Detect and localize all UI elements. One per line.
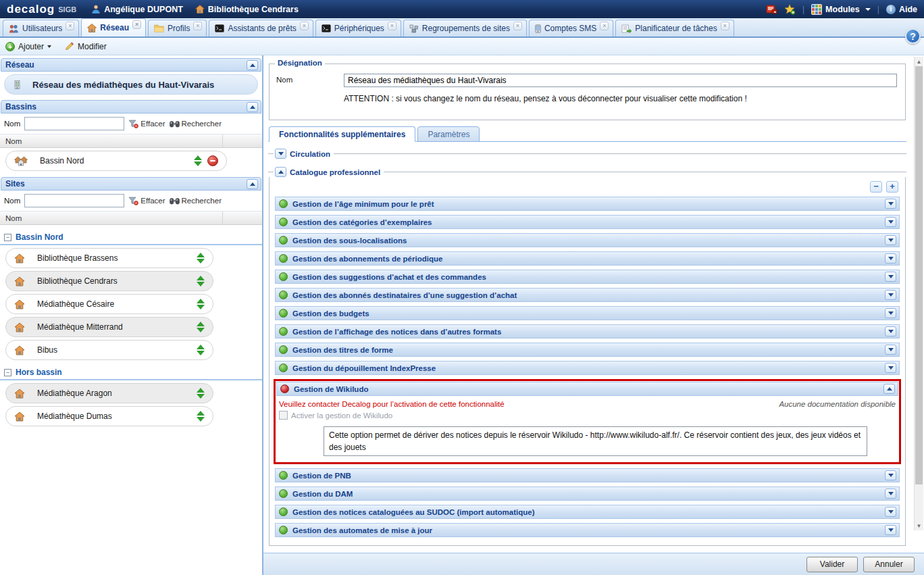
bassins-clear-button[interactable]: Effacer <box>128 120 165 128</box>
tab-close-button[interactable]: × <box>600 22 609 30</box>
site-row[interactable]: Médiathèque Dumas <box>5 406 213 426</box>
tab-close-button[interactable]: × <box>300 22 309 30</box>
nom-field[interactable] <box>344 74 897 87</box>
collapse-panel-button[interactable] <box>247 60 258 70</box>
tab-parametres[interactable]: Paramètres <box>417 126 480 142</box>
sort-handle-icon[interactable] <box>197 345 205 355</box>
bassins-search-button[interactable]: Rechercher <box>170 120 222 128</box>
add-button[interactable]: + Ajouter <box>5 42 51 51</box>
tab-close-button[interactable]: × <box>721 22 729 30</box>
feature-bar[interactable]: Gestion des sous-localisations <box>275 233 900 247</box>
feature-toggle-button[interactable] <box>885 363 896 373</box>
sort-handle-icon[interactable] <box>197 276 205 286</box>
sites-clear-button[interactable]: Effacer <box>128 197 165 205</box>
scrollbar-track[interactable] <box>915 66 923 521</box>
feature-bar[interactable]: Gestion de l’âge minimum pour le prêt <box>275 197 900 211</box>
site-row[interactable]: Bibliothèque Cendrars <box>5 271 213 291</box>
tab-close-button[interactable]: × <box>193 22 202 30</box>
window-tab-regroupements-de-sites[interactable]: Regroupements de sites× <box>403 20 527 36</box>
site-row[interactable]: Médiathèque Césaire <box>5 294 213 314</box>
bassin-row[interactable]: Bassin Nord <box>5 151 227 171</box>
remove-bassin-button[interactable] <box>207 155 218 166</box>
feature-bar[interactable]: Gestion du DAM <box>275 486 900 501</box>
site-group-header[interactable]: −Bassin Nord <box>0 232 262 245</box>
feature-toggle-button[interactable] <box>885 326 896 336</box>
feature-toggle-button[interactable] <box>885 525 896 535</box>
sort-handle-icon[interactable] <box>197 253 205 264</box>
collapse-section-button[interactable] <box>275 167 286 177</box>
site-row[interactable]: Médiathèque Mitterrand <box>5 317 213 337</box>
notification-icon[interactable] <box>766 4 777 14</box>
feature-toggle-button[interactable] <box>885 489 896 499</box>
current-user-button[interactable]: Angélique DUPONT <box>91 5 183 14</box>
feature-toggle-button[interactable] <box>885 217 896 227</box>
feature-toggle-button[interactable] <box>885 199 896 209</box>
collapse-all-button[interactable]: − <box>870 181 882 193</box>
reseau-item[interactable]: Réseau des médiathèques du Haut-Vivarais <box>4 74 258 95</box>
collapse-group-icon[interactable]: − <box>4 234 11 241</box>
feature-toggle-button[interactable] <box>885 308 896 318</box>
site-row[interactable]: Médiathèque Aragon <box>5 383 213 403</box>
feature-toggle-button[interactable] <box>885 507 896 517</box>
feature-bar[interactable]: Gestion du dépouillement IndexPresse <box>275 361 900 375</box>
feature-bar[interactable]: Gestion des catégories d’exemplaires <box>275 215 900 229</box>
validate-button[interactable]: Valider <box>806 557 858 572</box>
feature-toggle-button[interactable] <box>885 345 896 355</box>
tab-close-button[interactable]: × <box>513 22 522 30</box>
site-row[interactable]: Bibus <box>5 340 213 360</box>
expand-all-button[interactable]: + <box>886 181 898 193</box>
bassins-column-header[interactable]: Nom <box>0 134 262 148</box>
sites-search-input[interactable] <box>24 194 124 207</box>
feature-toggle-button[interactable] <box>883 384 895 394</box>
feature-toggle-button[interactable] <box>885 470 896 480</box>
scroll-down-icon[interactable]: ▼ <box>915 521 923 530</box>
sort-handle-icon[interactable] <box>197 322 205 332</box>
sites-column-header[interactable]: Nom <box>0 211 262 225</box>
sort-handle-icon[interactable] <box>194 155 202 166</box>
feature-bar[interactable]: Gestion des titres de forme <box>275 343 900 357</box>
feature-bar[interactable]: Gestion des suggestions d’achat et des c… <box>275 270 900 284</box>
help-button[interactable]: ? <box>905 28 921 44</box>
sort-handle-icon[interactable] <box>197 299 205 309</box>
feature-bar[interactable]: Gestion de l’affichage des notices dans … <box>275 324 900 339</box>
bassins-search-input[interactable] <box>24 117 124 130</box>
feature-toggle-button[interactable] <box>885 235 896 245</box>
collapse-panel-button[interactable] <box>247 102 258 112</box>
window-tab-assistants-de-pr-ts[interactable]: Assistants de prêts× <box>209 20 313 36</box>
cancel-button[interactable]: Annuler <box>863 557 915 572</box>
feature-bar[interactable]: Gestion des abonnés destinataires d’une … <box>275 288 900 302</box>
feature-bar[interactable]: Gestion des notices cataloguées au SUDOC… <box>275 505 900 519</box>
sites-search-button[interactable]: Rechercher <box>170 197 222 205</box>
collapse-panel-button[interactable] <box>247 179 258 189</box>
feature-toggle-button[interactable] <box>885 272 896 282</box>
feature-bar[interactable]: Gestion des abonnements de périodique <box>275 251 900 266</box>
modules-menu-button[interactable]: Modules <box>811 4 871 15</box>
window-tab-p-riph-riques[interactable]: Périphériques× <box>315 20 401 36</box>
wikiludo-checkbox[interactable] <box>279 411 288 420</box>
feature-bar[interactable]: Gestion de PNB <box>275 468 900 482</box>
current-site-button[interactable]: Bibliothèque Cendrars <box>195 5 299 14</box>
window-tab-utilisateurs[interactable]: Utilisateurs× <box>3 20 79 36</box>
window-tab-comptes-sms[interactable]: Comptes SMS× <box>529 20 613 36</box>
feature-bar[interactable]: Gestion de Wikiludo <box>276 382 898 396</box>
expand-section-button[interactable] <box>275 149 286 159</box>
scroll-up-icon[interactable]: ▲ <box>915 57 923 66</box>
window-tab-planificateur-de-t-ches[interactable]: Planificateur de tâches× <box>615 20 734 36</box>
scrollbar-thumb[interactable] <box>915 66 923 484</box>
edit-button[interactable]: Modifier <box>65 42 107 51</box>
site-row[interactable]: Bibliothèque Brassens <box>5 248 213 268</box>
feature-bar[interactable]: Gestion des automates de mise à jour <box>275 523 900 537</box>
window-tab-profils[interactable]: Profils× <box>148 20 207 36</box>
sort-handle-icon[interactable] <box>197 411 205 422</box>
sort-handle-icon[interactable] <box>197 388 205 399</box>
tab-fonctionnalites[interactable]: Fonctionnalités supplémentaires <box>269 126 415 142</box>
favorites-add-icon[interactable] <box>784 4 796 15</box>
tab-close-button[interactable]: × <box>388 22 396 30</box>
feature-toggle-button[interactable] <box>885 290 896 300</box>
feature-bar[interactable]: Gestion des budgets <box>275 306 900 320</box>
help-menu-button[interactable]: i Aide <box>886 5 917 14</box>
tab-close-button[interactable]: × <box>132 20 141 29</box>
collapse-group-icon[interactable]: − <box>4 369 11 376</box>
tab-close-button[interactable]: × <box>66 22 74 30</box>
site-group-header[interactable]: −Hors bassin <box>0 367 262 380</box>
